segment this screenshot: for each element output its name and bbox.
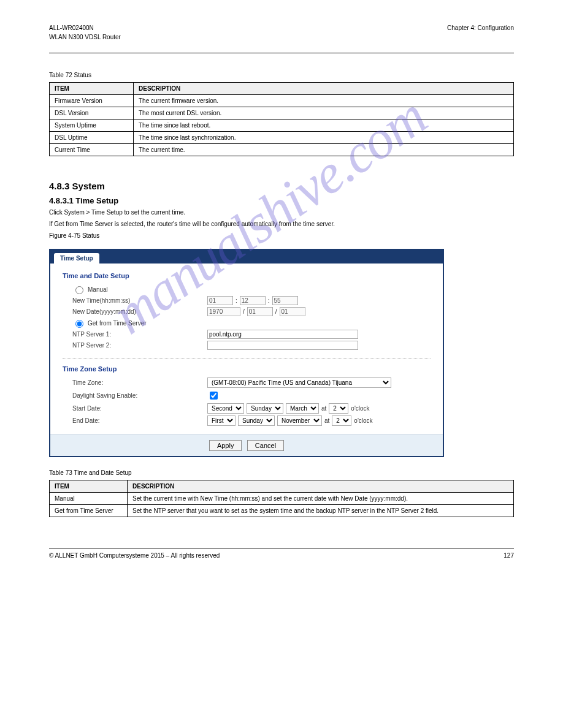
t1r2c1: The time since last reboot. [134,119,514,132]
product-desc: WLAN N300 VDSL Router [49,34,514,40]
footer: © ALLNET GmbH Computersysteme 2015 – All… [49,548,514,559]
new-date-label: New Date(yyyy:mm:dd) [72,308,207,315]
radio-manual[interactable] [75,286,83,294]
new-time-hh[interactable] [207,296,233,305]
radio-manual-label: Manual [88,286,108,293]
time-date-setup-table: ITEM DESCRIPTION ManualSet the current t… [49,480,514,517]
subheading: 4.8.3.1 Time Setup [49,196,514,205]
end-date-label: End Date: [72,417,207,424]
cancel-button[interactable]: Cancel [247,440,284,451]
tz-label: Time Zone: [72,379,207,386]
colon1: : [236,297,237,304]
para1: Click System > Time Setup to set the cur… [49,209,514,216]
end-month-select[interactable]: November [277,415,322,426]
ntp2-label: NTP Server 2: [72,342,207,349]
start-hour-select[interactable]: 2 [329,403,348,414]
sep2: / [275,308,277,315]
table1-title: Table 72 Status [49,72,514,78]
colon2: : [268,297,270,304]
start-date-label: Start Date: [72,405,207,412]
t1r3c0: DSL Uptime [50,132,134,144]
page-number: 127 [504,552,514,559]
para2: If Get from Time Server is selected, the… [49,221,514,227]
end-ord-select[interactable]: First [207,415,236,426]
new-date-yyyy[interactable] [207,307,240,316]
table1-h0: ITEM [50,83,134,95]
start-month-select[interactable]: March [286,403,319,414]
start-ord-select[interactable]: Second [207,403,244,414]
radio-time-server-label: Get from Time Server [88,320,147,327]
new-time-label: New Time(hh:mm:ss) [72,297,207,304]
dotted-divider [63,358,431,359]
t2r1c0: Get from Time Server [50,505,128,517]
time-zone-setup-title: Time Zone Setup [63,365,431,373]
new-time-mm[interactable] [240,296,266,305]
t1r0c1: The current firmware version. [134,95,514,107]
new-date-dd[interactable] [280,307,305,316]
t1r0c0: Firmware Version [50,95,134,107]
end-at: at [324,417,329,424]
table2-h0: ITEM [50,480,128,493]
time-setup-panel: Time Setup Time and Date Setup Manual Ne… [49,249,444,457]
start-at: at [321,405,326,412]
t2r0c0: Manual [50,493,128,505]
end-oclock: o'clock [354,417,372,424]
status-table: ITEM DESCRIPTION Firmware VersionThe cur… [49,82,514,156]
ntp1-label: NTP Server 1: [72,331,207,338]
footer-left: © ALLNET GmbH Computersysteme 2015 – All… [49,552,220,559]
table2-title: Table 73 Time and Date Setup [49,469,514,476]
divider-top [49,53,514,53]
time-date-setup-title: Time and Date Setup [63,272,431,279]
product-name: ALL-WR02400N [49,25,514,31]
ntp2-input[interactable] [207,341,358,350]
t2r0c1: Set the current time with New Time (hh:m… [128,493,514,505]
section-heading: 4.8.3 System [49,181,514,191]
header-left: ALL-WR02400N WLAN N300 VDSL Router [49,25,514,40]
t1r1c0: DSL Version [50,107,134,119]
tab-time-setup[interactable]: Time Setup [54,253,99,264]
t1r4c1: The current time. [134,144,514,156]
t2r1c1: Set the NTP server that you want to set … [128,505,514,517]
sep1: / [243,308,245,315]
t1r3c1: The time since last synchronization. [134,132,514,144]
dst-label: Daylight Saving Enable: [72,392,207,399]
end-day-select[interactable]: Sunday [238,415,275,426]
button-bar: Apply Cancel [50,434,443,456]
end-hour-select[interactable]: 2 [332,415,351,426]
table1-h1: DESCRIPTION [134,83,514,95]
figure-caption: Figure 4-75 Status [49,232,514,239]
ntp1-input[interactable] [207,330,358,339]
dst-checkbox[interactable] [210,392,218,400]
t1r4c0: Current Time [50,144,134,156]
t1r1c1: The most current DSL version. [134,107,514,119]
header-right: Chapter 4: Configuration [447,25,514,31]
new-time-ss[interactable] [272,296,298,305]
tabbar: Time Setup [50,250,443,264]
time-zone-select[interactable]: (GMT-08:00) Pacific Time (US and Canada)… [207,377,391,388]
table2-h1: DESCRIPTION [128,480,514,493]
start-oclock: o'clock [351,405,369,412]
start-day-select[interactable]: Sunday [247,403,283,414]
radio-time-server[interactable] [75,320,83,328]
apply-button[interactable]: Apply [209,440,242,451]
t1r2c0: System Uptime [50,119,134,132]
new-date-mm[interactable] [247,307,273,316]
